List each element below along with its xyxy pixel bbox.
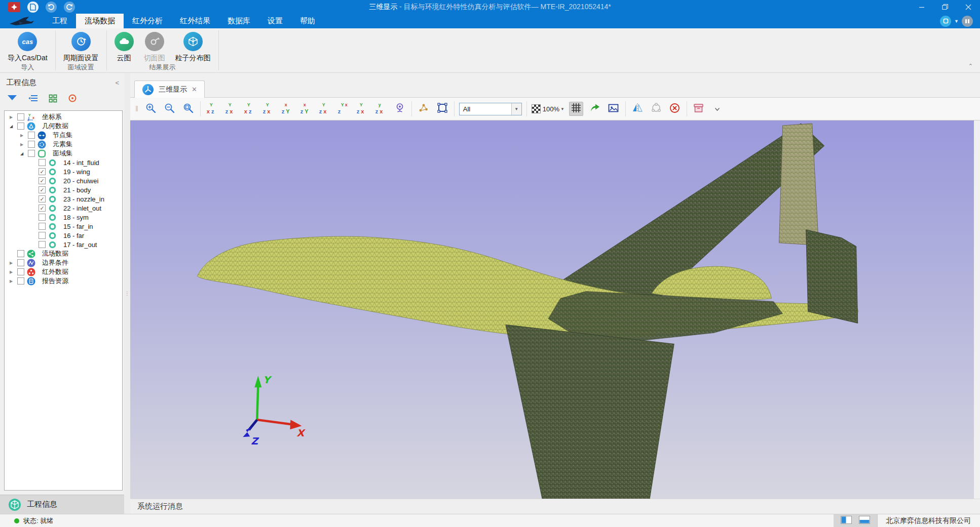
minimize-button[interactable] xyxy=(910,0,933,14)
tree-checkbox[interactable] xyxy=(39,214,46,221)
menu-item-5[interactable]: 设置 xyxy=(259,14,291,28)
menu-item-1[interactable]: 流场数据 xyxy=(76,14,124,28)
filter-button[interactable] xyxy=(7,94,17,104)
tree-item--[interactable]: ▶元素集 xyxy=(5,140,122,149)
tree-checkbox[interactable] xyxy=(17,259,24,266)
tree-item--[interactable]: 流场数据 xyxy=(5,249,122,258)
tree-checkbox[interactable] xyxy=(39,159,46,166)
tree-item--[interactable]: ▶报告资源 xyxy=(5,276,122,286)
mirror-button[interactable] xyxy=(630,102,645,116)
view-iso-2-button[interactable]: Yxz xyxy=(336,102,351,116)
expand-arrow-icon[interactable]: ▶ xyxy=(18,142,25,147)
view-iso-4-button[interactable]: yzx xyxy=(374,102,388,116)
orbit-button[interactable] xyxy=(649,102,663,116)
sidebar-footer[interactable]: 工程信息 xyxy=(0,495,124,514)
tree-item--[interactable]: ◢几何数据 xyxy=(5,121,122,131)
tree-item--[interactable]: ▶节点集 xyxy=(5,131,122,140)
target-button[interactable] xyxy=(68,94,77,105)
collapse-arrow-icon[interactable]: ◢ xyxy=(18,151,25,156)
camera-button[interactable] xyxy=(393,102,407,116)
menu-item-0[interactable]: 工程 xyxy=(44,14,76,28)
grid-blocks-button[interactable] xyxy=(49,94,57,105)
snapshot-button[interactable] xyxy=(607,102,621,116)
ribbon-button-clock[interactable]: 周期面设置 xyxy=(59,32,103,63)
tree-item--[interactable]: ▶边界条件 xyxy=(5,258,122,267)
tree-item-23---nozzle_in[interactable]: ✓23 - nozzle_in xyxy=(5,194,122,204)
more-button[interactable] xyxy=(710,102,725,116)
tree-item-15---far_in[interactable]: 15 - far_in xyxy=(5,222,122,231)
expand-arrow-icon[interactable]: ▶ xyxy=(18,133,25,138)
opacity-caret-icon[interactable]: ▼ xyxy=(560,107,564,111)
theme-caret-icon[interactable]: ▼ xyxy=(954,19,959,24)
tree-checkbox[interactable]: ✓ xyxy=(39,186,46,193)
tree-checkbox[interactable]: ✓ xyxy=(39,195,46,202)
delete-button[interactable] xyxy=(668,102,682,116)
app-button[interactable] xyxy=(8,2,20,12)
menu-item-2[interactable]: 红外分析 xyxy=(124,14,171,28)
toolbar-grip[interactable]: ‖ xyxy=(135,105,139,113)
tree-checkbox[interactable] xyxy=(17,123,24,130)
view-right-button[interactable]: Yzx xyxy=(261,102,276,116)
zoom-out-button[interactable] xyxy=(163,102,177,116)
zoom-fit-button[interactable] xyxy=(181,102,196,116)
maximize-button[interactable] xyxy=(933,0,957,14)
close-button[interactable] xyxy=(957,0,980,14)
view-top-button[interactable]: xzY xyxy=(280,102,294,116)
opacity-control[interactable]: 100%▼ xyxy=(532,104,564,113)
tree-item-16---far[interactable]: 16 - far xyxy=(5,231,122,240)
collapse-arrow-icon[interactable]: ◢ xyxy=(8,124,15,129)
tree-checkbox[interactable] xyxy=(17,277,24,285)
tree-item--[interactable]: ▶Yzx坐标系 xyxy=(5,112,122,121)
tree-checkbox[interactable] xyxy=(17,250,24,257)
ribbon-button-cloud[interactable]: 云图 xyxy=(110,32,138,63)
tree-item-19---wing[interactable]: ✓19 - wing xyxy=(5,167,122,176)
tree-item-18---sym[interactable]: 18 - sym xyxy=(5,213,122,222)
tree-item--[interactable]: ◢面域集 xyxy=(5,149,122,158)
tab-3d-view[interactable]: 三维显示 ✕ xyxy=(134,80,205,98)
export-button[interactable] xyxy=(588,102,602,116)
combo-dropdown-button[interactable]: ▼ xyxy=(511,103,521,115)
tree-checkbox[interactable] xyxy=(28,141,35,148)
ribbon-collapse-button[interactable]: ⌃ xyxy=(968,63,973,69)
tree-checkbox[interactable] xyxy=(17,268,24,275)
tree-checkbox[interactable] xyxy=(28,150,35,157)
redo-button[interactable] xyxy=(64,2,75,13)
tree-checkbox[interactable]: ✓ xyxy=(39,205,46,212)
tree-checkbox[interactable] xyxy=(39,241,46,248)
outline-list-button[interactable] xyxy=(28,94,38,104)
menu-item-3[interactable]: 红外结果 xyxy=(171,14,219,28)
particles-button[interactable] xyxy=(417,102,431,116)
zoom-in-button[interactable] xyxy=(144,102,158,116)
display-filter-combo[interactable]: All▼ xyxy=(459,103,522,115)
layout-toggle-sidebar-button[interactable] xyxy=(841,516,852,525)
select-box-button[interactable] xyxy=(435,102,449,116)
expand-arrow-icon[interactable]: ▶ xyxy=(8,270,15,274)
expand-arrow-icon[interactable]: ▶ xyxy=(8,115,15,119)
tree-checkbox[interactable] xyxy=(17,113,24,120)
tree-item-21---body[interactable]: ✓21 - body xyxy=(5,185,122,194)
tree-item-14---int_fluid[interactable]: 14 - int_fluid xyxy=(5,158,122,167)
panel-splitter[interactable]: ⋮ xyxy=(124,73,130,514)
tab-close-button[interactable]: ✕ xyxy=(192,86,197,93)
tree-checkbox[interactable]: ✓ xyxy=(39,177,46,184)
tree-checkbox[interactable] xyxy=(39,232,46,239)
expand-arrow-icon[interactable]: ▶ xyxy=(8,279,15,283)
undo-button[interactable] xyxy=(46,2,57,13)
view-front-button[interactable]: Yxz xyxy=(205,102,219,116)
menu-item-4[interactable]: 数据库 xyxy=(219,14,259,28)
view-left-button[interactable]: Yxz xyxy=(243,102,257,116)
tree-item-17---far_out[interactable]: 17 - far_out xyxy=(5,240,122,249)
view-back-button[interactable]: Yzx xyxy=(224,102,238,116)
style-button[interactable] xyxy=(962,16,973,27)
tree-checkbox[interactable]: ✓ xyxy=(39,168,46,175)
ribbon-button-cube[interactable]: 粒子分布图 xyxy=(171,32,215,63)
tree-item-22---inlet_out[interactable]: ✓22 - inlet_out xyxy=(5,204,122,213)
new-document-button[interactable] xyxy=(27,2,39,13)
view-iso-3-button[interactable]: Yzx xyxy=(355,102,369,116)
tree-item--[interactable]: ▶红外数据 xyxy=(5,267,122,276)
expand-arrow-icon[interactable]: ▶ xyxy=(8,261,15,265)
view-iso-1-button[interactable]: Yzx xyxy=(318,102,332,116)
tree-checkbox[interactable] xyxy=(39,223,46,230)
view-bottom-button[interactable]: xzY xyxy=(299,102,313,116)
sidebar-collapse-button[interactable]: < xyxy=(115,79,119,87)
